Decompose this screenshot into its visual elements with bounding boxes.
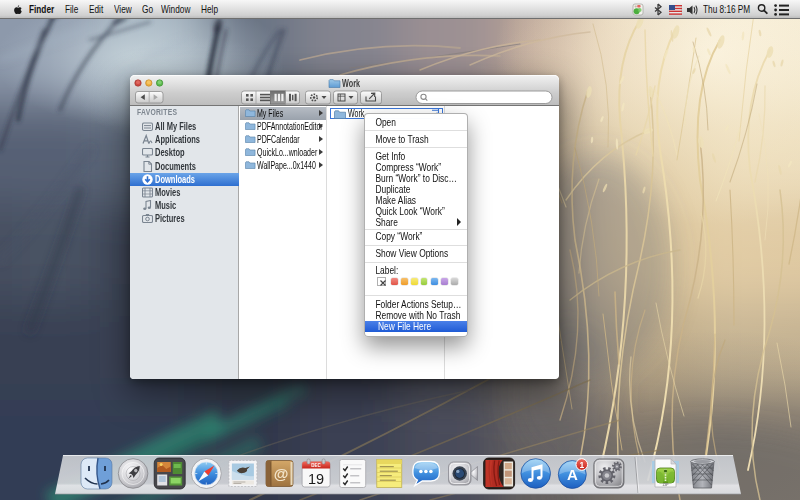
svg-text:DEC: DEC [311, 463, 321, 468]
svg-text:1: 1 [579, 460, 584, 470]
svg-text:Work: Work [342, 77, 360, 89]
svg-text:19: 19 [308, 471, 324, 487]
svg-text:A: A [567, 466, 578, 483]
svg-text:ZIP: ZIP [662, 482, 669, 487]
svg-text:@: @ [274, 465, 289, 482]
